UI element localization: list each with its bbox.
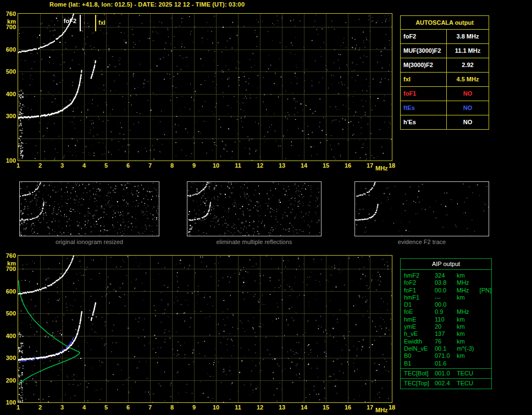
x-tick-label: 18 [389, 163, 395, 169]
table-row: fxI 4.5 MHz [401, 72, 489, 86]
aip-row-extra [480, 301, 491, 308]
aip-row-unit: TECU [457, 370, 480, 377]
aip-row-extra [480, 272, 491, 279]
table-row: DelN_vE 00.1 m^(-3) [401, 345, 491, 352]
aip-row-extra [480, 316, 491, 323]
autoscala-row-value: 4.5 MHz [446, 73, 489, 86]
aip-row-unit: TECU [457, 380, 480, 387]
y-tick-label: 500 [2, 311, 16, 317]
x-tick-label: 10 [213, 163, 219, 169]
y-tick-label: 500 [2, 69, 16, 75]
table-row: TEC[Top] 002.4 TECU [401, 380, 491, 387]
x-tick-label: 13 [279, 163, 285, 169]
aip-row-unit: km [457, 338, 480, 345]
x-tick-label: 3 [60, 163, 64, 169]
aip-row-label: hmF2 [401, 272, 435, 279]
y-tick-label: 760 [2, 253, 16, 259]
autoscala-row-label: fxI [401, 73, 446, 86]
aip-row-label: h_vE [401, 330, 435, 337]
autoscala-row-value: 2.92 [446, 58, 489, 72]
aip-row-value: 00.1 [435, 345, 457, 352]
table-row: foF2 03.8 MHz [401, 279, 491, 286]
table-row: foF1 00.0 MHz [PN] [401, 287, 491, 294]
aip-row-unit: km [457, 294, 480, 301]
aip-row-value: 071.0 [435, 352, 457, 359]
aip-row-value: 00.0 [435, 301, 457, 308]
profile-ionogram-plot [18, 255, 392, 403]
x-tick-label: 13 [279, 405, 285, 411]
aip-row-value: 03.8 [435, 279, 457, 286]
panel-eliminate-canvas [187, 182, 321, 236]
x-tick-label: 6 [126, 405, 130, 411]
x-tick-label: 15 [323, 163, 329, 169]
table-row: B1 01.6 [401, 360, 491, 367]
aip-row-unit [457, 360, 480, 367]
aip-row-unit: km [457, 330, 480, 337]
y-tick-label: 700 [2, 266, 16, 272]
y-axis-unit-label: km [2, 261, 16, 267]
autoscala-row-value: NO [446, 87, 489, 101]
aip-row-unit: MHz [457, 279, 480, 286]
table-row: M(3000)F2 2.92 [401, 58, 489, 72]
panel-original-ionogram [19, 181, 159, 236]
table-row: TEC[Bot] 001.0 TECU [401, 370, 491, 377]
table-row: h_vE 137 km [401, 330, 491, 337]
x-tick-label: 3 [60, 405, 64, 411]
panel-label: evidence F2 trace [354, 239, 489, 245]
aip-table-title: AIP output [401, 259, 491, 270]
panel-original-canvas [20, 182, 159, 236]
aip-row-unit: m^(-3) [457, 345, 480, 352]
aip-row-label: DelN_vE [401, 345, 435, 352]
table-row: h'Es NO [401, 115, 489, 129]
aip-row-value: 0.9 [435, 308, 457, 316]
x-tick-label: 12 [257, 405, 263, 411]
y-tick-label: 400 [2, 91, 16, 97]
aip-row-label: foF2 [401, 279, 435, 286]
aip-row-label: ymE [401, 323, 435, 330]
autoscala-row-value: NO [446, 101, 489, 115]
x-tick-label: 14 [301, 405, 307, 411]
autoscala-row-value: 3.8 MHz [446, 30, 489, 43]
table-row: hmF1 --- km [401, 294, 491, 301]
table-row: foF1 NO [401, 86, 489, 101]
x-tick-label: 15 [323, 405, 329, 411]
divider [401, 368, 491, 369]
aip-row-value: 20 [435, 323, 457, 330]
aip-row-value: 001.0 [435, 370, 457, 377]
aip-row-unit: km [457, 316, 480, 323]
aip-row-label: hmE [401, 316, 435, 323]
x-tick-label: 2 [38, 405, 42, 411]
autoscala-table-title: AUTOSCALA output [401, 16, 489, 29]
x-tick-label: 6 [126, 163, 130, 169]
y-tick-label: 100 [2, 400, 16, 406]
profile-ionogram-canvas [18, 256, 392, 402]
aip-row-unit: MHz [457, 287, 480, 294]
aip-row-value: 00.0 [435, 287, 457, 294]
x-axis-unit-label: MHz [375, 165, 388, 171]
x-tick-label: 18 [389, 405, 395, 411]
x-tick-label: 1 [16, 163, 20, 169]
aip-row-unit: MHz [457, 308, 480, 316]
aip-row-extra [480, 279, 491, 286]
aip-row-label: Ewidth [401, 338, 435, 345]
x-tick-label: 16 [345, 163, 351, 169]
y-tick-label: 100 [2, 158, 16, 164]
table-row: hmF2 324 km [401, 272, 491, 279]
aip-row-extra [480, 338, 491, 345]
autoscala-row-label: h'Es [401, 115, 446, 129]
x-tick-label: 5 [104, 163, 108, 169]
x-tick-label: 17 [367, 163, 373, 169]
x-tick-label: 4 [82, 405, 86, 411]
aip-row-value: 324 [435, 272, 457, 279]
aip-row-label: foE [401, 308, 435, 316]
y-tick-label: 600 [2, 289, 16, 295]
panel-evidence-f2 [354, 181, 489, 236]
divider [401, 378, 491, 379]
autoscala-row-label: MUF(3000)F2 [401, 44, 446, 58]
x-tick-label: 10 [213, 405, 219, 411]
aip-row-unit: km [457, 272, 480, 279]
x-tick-label: 11 [235, 163, 241, 169]
panel-label: original ionogram resized [19, 239, 159, 245]
y-axis-unit-label: km [2, 19, 16, 25]
x-tick-label: 4 [82, 163, 86, 169]
